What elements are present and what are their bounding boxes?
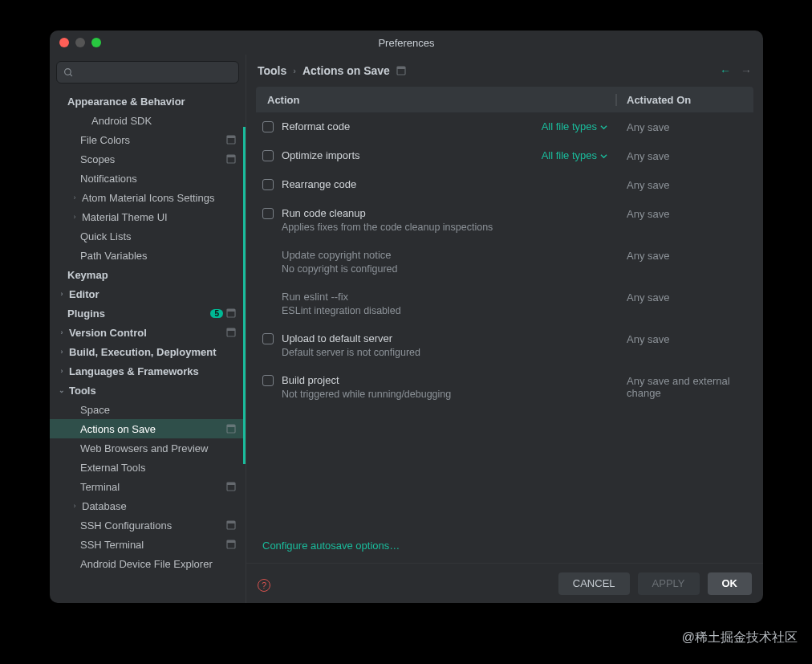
sidebar-item-android-device-file-explorer[interactable]: Android Device File Explorer bbox=[50, 554, 246, 573]
action-name: Rearrange code bbox=[282, 178, 617, 190]
apply-button[interactable]: APPLY bbox=[638, 572, 700, 595]
crumb-actions-on-save: Actions on Save bbox=[302, 64, 390, 77]
nav-forward-button[interactable]: → bbox=[741, 64, 752, 77]
cancel-button[interactable]: CANCEL bbox=[558, 572, 630, 595]
action-description: Applies fixes from the code cleanup insp… bbox=[282, 222, 617, 233]
sidebar-item-android-sdk[interactable]: Android SDK bbox=[50, 111, 246, 130]
svg-point-0 bbox=[65, 68, 71, 75]
sidebar-item-build-execution-deployment[interactable]: ›Build, Execution, Deployment bbox=[50, 342, 246, 361]
action-row: Update copyright noticeNo copyright is c… bbox=[256, 241, 753, 283]
activated-on: Any save bbox=[617, 249, 753, 275]
activated-on: Any save and external change bbox=[617, 374, 753, 400]
sidebar-item-path-variables[interactable]: Path Variables bbox=[50, 246, 246, 265]
checkbox[interactable] bbox=[262, 179, 274, 190]
sidebar-item-label: Database bbox=[82, 500, 241, 512]
watermark: @稀土掘金技术社区 bbox=[682, 629, 798, 646]
sidebar-item-languages-frameworks[interactable]: ›Languages & Frameworks bbox=[50, 361, 246, 381]
sidebar-item-file-colors[interactable]: File Colors bbox=[50, 130, 246, 149]
sidebar-item-atom-material-icons-settings[interactable]: ›Atom Material Icons Settings bbox=[50, 188, 246, 207]
sidebar-item-label: Web Browsers and Preview bbox=[80, 442, 241, 454]
activated-on: Any save bbox=[617, 178, 753, 191]
sidebar-item-ssh-terminal[interactable]: SSH Terminal bbox=[50, 535, 246, 554]
svg-rect-7 bbox=[227, 309, 235, 312]
chevron-icon: › bbox=[56, 328, 67, 336]
file-types-dropdown[interactable]: All file types bbox=[542, 120, 607, 132]
sidebar-item-database[interactable]: ›Database bbox=[50, 496, 246, 515]
action-row: Run eslint --fixESLint integration disab… bbox=[256, 283, 753, 324]
sidebar-item-scopes[interactable]: Scopes bbox=[50, 149, 246, 169]
chevron-icon: › bbox=[56, 290, 67, 298]
sidebar-item-label: Appearance & Behavior bbox=[67, 96, 241, 108]
action-name: Build project bbox=[282, 374, 617, 386]
file-types-dropdown[interactable]: All file types bbox=[542, 149, 607, 161]
actions-table: Reformat codeAll file types Any saveOpti… bbox=[246, 112, 763, 528]
sidebar-item-space[interactable]: Space bbox=[50, 400, 246, 419]
svg-rect-3 bbox=[227, 136, 235, 138]
svg-rect-19 bbox=[397, 67, 405, 69]
search-icon bbox=[63, 67, 74, 78]
sidebar-item-label: External Tools bbox=[80, 462, 241, 474]
col-action: Action bbox=[256, 94, 617, 106]
activated-on: Any save bbox=[617, 332, 753, 358]
chevron-icon: › bbox=[56, 367, 67, 375]
sidebar-item-label: Build, Execution, Deployment bbox=[69, 346, 241, 358]
svg-rect-11 bbox=[227, 425, 235, 427]
settings-tree[interactable]: Appearance & BehaviorAndroid SDKFile Col… bbox=[50, 88, 246, 603]
sidebar-item-appearance-behavior[interactable]: Appearance & Behavior bbox=[50, 92, 246, 111]
chevron-icon: › bbox=[69, 193, 80, 202]
sidebar-item-quick-lists[interactable]: Quick Lists bbox=[50, 226, 246, 246]
sidebar-item-label: SSH Terminal bbox=[80, 539, 226, 551]
sidebar-item-keymap[interactable]: Keymap bbox=[50, 265, 246, 284]
sidebar-item-label: Notifications bbox=[80, 173, 241, 185]
search-input[interactable] bbox=[79, 67, 232, 79]
sidebar-item-label: Editor bbox=[69, 288, 241, 300]
sidebar-item-label: Languages & Frameworks bbox=[69, 365, 241, 377]
sidebar-item-label: Atom Material Icons Settings bbox=[82, 192, 241, 204]
svg-rect-17 bbox=[227, 540, 235, 543]
sidebar-item-tools[interactable]: ⌄Tools bbox=[50, 381, 246, 400]
search-box[interactable] bbox=[56, 61, 239, 84]
configure-autosave-link[interactable]: Configure autosave options… bbox=[246, 528, 763, 563]
sidebar-item-terminal[interactable]: Terminal bbox=[50, 477, 246, 496]
col-activated: Activated On bbox=[617, 94, 753, 106]
action-description: Default server is not configured bbox=[282, 347, 617, 358]
action-description: Not triggered while running/debugging bbox=[282, 389, 617, 400]
sidebar-item-material-theme-ui[interactable]: ›Material Theme UI bbox=[50, 207, 246, 226]
checkbox[interactable] bbox=[262, 375, 274, 386]
sidebar-item-notifications[interactable]: Notifications bbox=[50, 169, 246, 188]
checkbox[interactable] bbox=[262, 208, 274, 219]
sidebar-item-ssh-configurations[interactable]: SSH Configurations bbox=[50, 515, 246, 535]
sidebar-item-label: Material Theme UI bbox=[82, 211, 241, 223]
sidebar-item-label: Android SDK bbox=[91, 115, 241, 127]
sidebar-item-web-browsers-and-preview[interactable]: Web Browsers and Preview bbox=[50, 438, 246, 458]
action-row: Rearrange codeAny save bbox=[256, 170, 753, 199]
checkbox[interactable] bbox=[262, 150, 274, 161]
checkbox[interactable] bbox=[262, 121, 274, 132]
sidebar-item-label: File Colors bbox=[80, 134, 226, 146]
sidebar-item-label: Tools bbox=[69, 385, 241, 397]
minimize-icon[interactable] bbox=[75, 38, 85, 47]
checkbox[interactable] bbox=[262, 333, 274, 344]
sidebar-item-editor[interactable]: ›Editor bbox=[50, 284, 246, 303]
main-panel: Tools › Actions on Save ← → Action Activ… bbox=[246, 55, 763, 603]
close-icon[interactable] bbox=[59, 38, 69, 47]
chevron-down-icon bbox=[600, 153, 607, 160]
ok-button[interactable]: OK bbox=[708, 572, 753, 595]
titlebar: Preferences bbox=[50, 31, 763, 55]
checkbox-placeholder bbox=[262, 291, 274, 303]
chevron-icon: ⌄ bbox=[56, 386, 67, 394]
sidebar-item-actions-on-save[interactable]: Actions on Save bbox=[50, 419, 246, 438]
crumb-tools[interactable]: Tools bbox=[258, 64, 286, 77]
sidebar-item-external-tools[interactable]: External Tools bbox=[50, 458, 246, 477]
help-icon[interactable]: ? bbox=[258, 579, 270, 592]
nav-back-button[interactable]: ← bbox=[720, 64, 731, 77]
sidebar-item-label: Scopes bbox=[80, 153, 226, 165]
svg-rect-5 bbox=[227, 155, 235, 157]
zoom-icon[interactable] bbox=[91, 38, 101, 47]
chevron-icon: › bbox=[69, 213, 80, 221]
breadcrumb: Tools › Actions on Save ← → bbox=[246, 55, 763, 87]
action-row: Upload to default serverDefault server i… bbox=[256, 324, 753, 366]
sidebar-item-plugins[interactable]: Plugins5 bbox=[50, 303, 246, 323]
sidebar-item-label: Path Variables bbox=[80, 250, 241, 262]
sidebar-item-version-control[interactable]: ›Version Control bbox=[50, 323, 246, 342]
